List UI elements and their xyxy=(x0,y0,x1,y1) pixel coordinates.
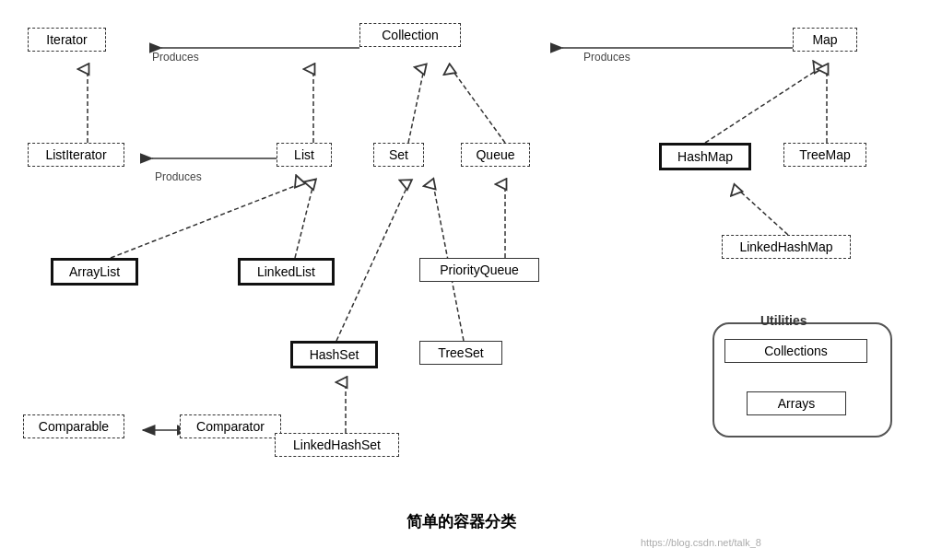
map-node: Map xyxy=(793,28,857,52)
diagram-container: Iterator Collection Map ListIterator Lis… xyxy=(0,0,942,560)
utilities-label: Utilities xyxy=(760,313,807,328)
queue-node: Queue xyxy=(461,143,530,167)
treemap-node: TreeMap xyxy=(783,143,866,167)
comparable-node: Comparable xyxy=(23,414,124,438)
linkedhashset-node: LinkedHashSet xyxy=(275,433,399,457)
treeset-node: TreeSet xyxy=(419,341,502,365)
svg-line-7 xyxy=(408,69,424,143)
svg-line-17 xyxy=(336,184,408,341)
collection-node: Collection xyxy=(359,23,461,47)
produces-label-2: Produces xyxy=(583,51,630,64)
arraylist-node: ArrayList xyxy=(51,258,138,286)
produces-label-3: Produces xyxy=(155,170,202,183)
priorityqueue-node: PriorityQueue xyxy=(419,258,539,282)
iterator-node: Iterator xyxy=(28,28,106,52)
svg-line-14 xyxy=(111,184,300,258)
diagram-caption: 简单的容器分类 xyxy=(277,511,645,532)
linkedhashmap-node: LinkedHashMap xyxy=(722,235,851,259)
collections-node: Collections xyxy=(724,339,867,363)
watermark: https://blog.csdn.net/talk_8 xyxy=(641,537,761,548)
svg-line-8 xyxy=(452,69,505,143)
hashmap-node: HashMap xyxy=(659,143,751,170)
set-node: Set xyxy=(373,143,424,167)
svg-line-13 xyxy=(737,189,788,235)
produces-label-1: Produces xyxy=(152,51,199,64)
arrays-node: Arrays xyxy=(747,391,846,415)
comparator-node: Comparator xyxy=(180,414,281,438)
linkedlist-node: LinkedList xyxy=(238,258,335,286)
list-node: List xyxy=(277,143,332,167)
listiterator-node: ListIterator xyxy=(28,143,124,167)
hashset-node: HashSet xyxy=(290,341,378,368)
svg-line-11 xyxy=(705,69,818,143)
svg-line-15 xyxy=(295,184,313,258)
